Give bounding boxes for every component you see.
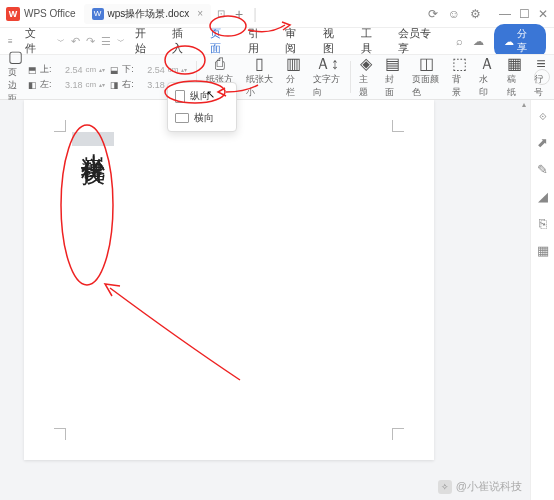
watermark-button[interactable]: Ａ水印 (473, 54, 501, 101)
share-icon: ☁ (504, 36, 514, 47)
new-tab-button[interactable]: + (235, 6, 243, 22)
sidebar-select-icon[interactable]: ⬈ (537, 135, 548, 150)
cloud-icon[interactable]: ☁ (473, 35, 484, 48)
cover-button[interactable]: ▤封面 (379, 54, 406, 101)
share-label: 分享 (517, 27, 536, 55)
margin-left-icon: ◧ (28, 80, 37, 90)
undo-icon[interactable]: ↶ (71, 35, 80, 48)
page-corner-icon (54, 428, 66, 440)
background-button[interactable]: ⬚背景 (446, 54, 473, 101)
orientation-dropdown: 纵向 横向 (167, 82, 237, 132)
margin-left-row[interactable]: ◧ 左:cm▴▾ (28, 78, 105, 91)
window-close-button[interactable]: ✕ (538, 7, 548, 21)
app-name: WPS Office (24, 8, 76, 19)
margin-top-icon: ⬒ (28, 65, 37, 75)
sidebar-pen-icon[interactable]: ✎ (537, 162, 548, 177)
margin-top-input[interactable] (55, 64, 83, 76)
window-minimize-button[interactable]: — (499, 7, 511, 21)
lined-paper-icon: ▦ (507, 56, 522, 72)
columns-button[interactable]: ▥分栏 (280, 54, 307, 101)
sidebar-style-icon[interactable]: ⟐ (539, 108, 547, 123)
window-maximize-button[interactable]: ☐ (519, 7, 530, 21)
page-color-icon: ◫ (419, 56, 434, 72)
right-sidebar: ⟐ ⬈ ✎ ◢ ⎘ ▦ (530, 100, 554, 500)
stepper-icon[interactable]: ▴▾ (99, 82, 105, 88)
theme-button[interactable]: ◈主题 (353, 54, 379, 101)
paper-size-icon: ▯ (255, 56, 264, 72)
qat-chevron-icon[interactable]: ﹀ (117, 36, 125, 47)
document-tab[interactable]: W wps操作场景.docx × (84, 4, 212, 24)
scroll-up-icon[interactable]: ▴ (518, 100, 530, 109)
page-corner-icon (54, 120, 66, 132)
document-page[interactable]: 小崔说科技 (24, 100, 434, 460)
tab-divider: | (253, 6, 257, 22)
text-direction-button[interactable]: Ａ↕文字方向 (307, 54, 347, 101)
margin-left-input[interactable] (55, 79, 83, 91)
margin-bottom-row[interactable]: ⬓ 下:cm▴▾ (110, 63, 187, 76)
watermark-icon: Ａ (479, 56, 495, 72)
portrait-icon (175, 90, 185, 103)
ribbon-expand-button[interactable]: › (534, 69, 550, 85)
orientation-icon: ⎙ (215, 56, 225, 72)
page-corner-icon (392, 120, 404, 132)
dropdown-landscape[interactable]: 横向 (170, 107, 234, 129)
paper-size-button[interactable]: ▯纸张大小 (240, 54, 280, 101)
text-direction-icon: Ａ↕ (315, 56, 339, 72)
ribbon: ▢ 页边距 ⬒ 上:cm▴▾ ◧ 左:cm▴▾ ⬓ 下:cm▴▾ ◨ 右:cm▴… (0, 54, 554, 100)
settings-icon[interactable]: ⚙ (470, 7, 481, 21)
landscape-label: 横向 (194, 111, 214, 125)
doc-title: wps操作场景.docx (108, 7, 190, 21)
doc-icon: W (92, 8, 104, 20)
margin-right-icon: ◨ (110, 80, 119, 90)
page-corner-icon (392, 428, 404, 440)
sync-icon[interactable]: ⟳ (428, 7, 438, 21)
user-avatar-icon[interactable]: ☺ (448, 7, 460, 21)
theme-icon: ◈ (360, 56, 372, 72)
app-logo-icon: W (6, 7, 20, 21)
landscape-icon (175, 113, 189, 123)
search-icon[interactable]: ⌕ (456, 35, 463, 47)
document-text[interactable]: 小崔说科技 (72, 132, 114, 146)
document-workspace: 小崔说科技 (0, 100, 530, 500)
stepper-icon[interactable]: ▴▾ (99, 67, 105, 73)
menu-file-chevron-icon: ﹀ (57, 36, 65, 47)
lined-paper-button[interactable]: ▦稿纸 (501, 54, 528, 101)
menu-back-icon[interactable]: ≡ (8, 37, 13, 46)
margin-right-input[interactable] (137, 79, 165, 91)
image-watermark: ✧ @小崔说科技 (438, 479, 522, 494)
background-icon: ⬚ (452, 56, 467, 72)
margin-bottom-input[interactable] (137, 64, 165, 76)
tab-close-button[interactable]: × (197, 8, 203, 19)
tab-pinned-icon[interactable]: ⊡ (217, 8, 225, 19)
print-icon[interactable]: ☰ (101, 35, 111, 48)
margin-bottom-icon: ⬓ (110, 65, 119, 75)
title-right-controls: ⟳ ☺ ⚙ — ☐ ✕ (428, 7, 548, 21)
dropdown-portrait[interactable]: 纵向 (170, 85, 234, 107)
watermark-text: @小崔说科技 (456, 479, 522, 494)
watermark-icon: ✧ (438, 480, 452, 494)
sidebar-clipboard-icon[interactable]: ⎘ (539, 216, 547, 231)
columns-icon: ▥ (286, 56, 301, 72)
sidebar-grid-icon[interactable]: ▦ (537, 243, 549, 258)
margin-top-row[interactable]: ⬒ 上:cm▴▾ (28, 63, 105, 76)
cover-icon: ▤ (385, 56, 400, 72)
page-margins-group[interactable]: ▢ 页边距 ⬒ 上:cm▴▾ ◧ 左:cm▴▾ ⬓ 下:cm▴▾ ◨ 右:cm▴… (0, 47, 193, 107)
margins-icon: ▢ (8, 49, 23, 65)
redo-icon[interactable]: ↷ (86, 35, 95, 48)
page-color-button[interactable]: ◫页面颜色 (406, 54, 446, 101)
vertical-scrollbar[interactable]: ▴ (518, 100, 530, 460)
stepper-icon[interactable]: ▴▾ (181, 67, 187, 73)
mouse-cursor-icon: ↖ (206, 88, 215, 101)
sidebar-highlight-icon[interactable]: ◢ (538, 189, 548, 204)
